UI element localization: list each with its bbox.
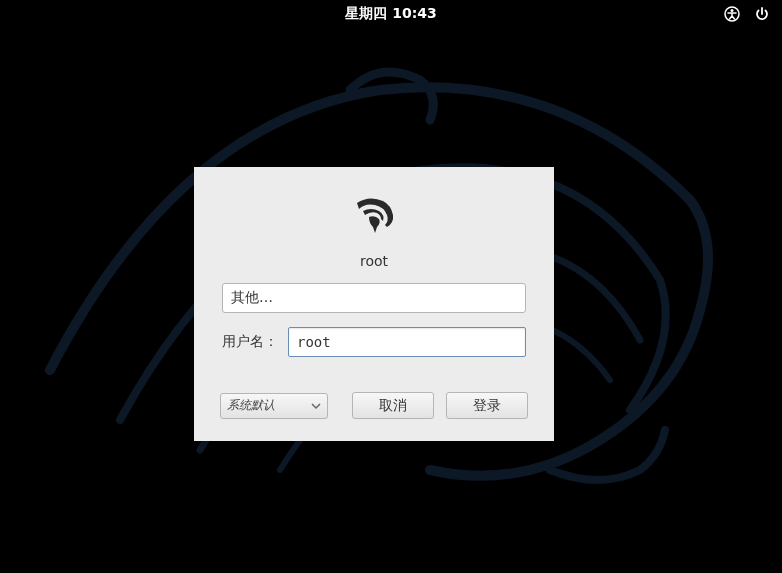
- power-icon[interactable]: [754, 6, 770, 22]
- username-row: 用户名：: [222, 327, 526, 357]
- session-select[interactable]: 系统默认: [220, 393, 328, 419]
- avatar-section: root: [194, 167, 554, 283]
- session-select-label: 系统默认: [227, 397, 275, 414]
- other-user-selector[interactable]: 其他…: [222, 283, 526, 313]
- login-button[interactable]: 登录: [446, 392, 528, 419]
- svg-point-1: [731, 9, 734, 12]
- other-user-label: 其他…: [231, 289, 273, 305]
- cancel-button[interactable]: 取消: [352, 392, 434, 419]
- username-label: 用户名：: [222, 333, 278, 351]
- kali-dragon-icon: [349, 189, 399, 239]
- clock: 星期四 10:43: [345, 5, 436, 23]
- current-user-name: root: [360, 253, 388, 269]
- top-bar: 星期四 10:43: [0, 0, 782, 28]
- username-input[interactable]: [288, 327, 526, 357]
- chevron-down-icon: [311, 401, 321, 411]
- login-panel: root 其他… 用户名： 系统默认 取消 登录: [194, 167, 554, 441]
- bottom-controls: 系统默认 取消 登录: [220, 392, 528, 419]
- topbar-status-icons: [724, 0, 770, 28]
- accessibility-icon[interactable]: [724, 6, 740, 22]
